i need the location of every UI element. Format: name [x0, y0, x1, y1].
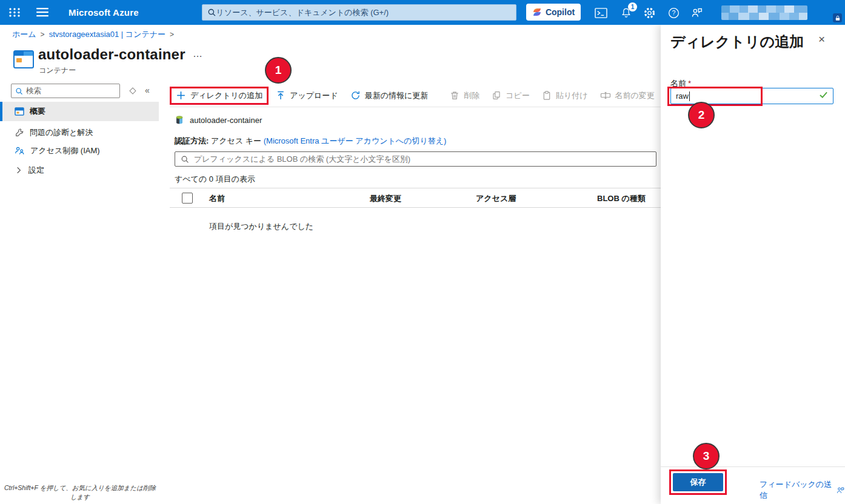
sidebar-collapse-icon[interactable]: «: [145, 85, 150, 95]
rename-icon: [600, 90, 611, 101]
paste-icon: [542, 90, 552, 101]
pin-diamond-icon[interactable]: [129, 87, 136, 94]
resource-sidebar: « 概要 問題の診断と解決 アクセス制御 (IAM) 設定: [0, 79, 159, 504]
paste-label: 貼り付け: [556, 90, 588, 101]
directory-name-input[interactable]: raw: [670, 88, 833, 104]
copy-button[interactable]: コピー: [486, 87, 536, 105]
wrench-icon: [15, 128, 24, 138]
global-search-box[interactable]: [202, 4, 516, 21]
help-icon[interactable]: ?: [666, 5, 681, 21]
copilot-label: Copilot: [546, 7, 575, 17]
directory-name-value: raw: [676, 91, 689, 101]
panel-title: ディレクトリの追加: [670, 32, 804, 51]
auth-method-line: 認証方法: アクセス キー (Microsoft Entra ユーザー アカウン…: [175, 136, 446, 147]
paste-button[interactable]: 貼り付け: [536, 87, 594, 105]
lock-badge-icon: [833, 13, 842, 22]
settings-gear-icon[interactable]: [641, 5, 657, 21]
sidebar-item-settings-group[interactable]: 設定: [0, 161, 159, 180]
column-header-last-modified[interactable]: 最終変更: [370, 193, 401, 204]
sidebar-item-overview[interactable]: 概要: [0, 102, 159, 121]
required-asterisk: *: [688, 79, 691, 88]
sidebar-item-label: 概要: [30, 106, 45, 117]
column-header-access-tier[interactable]: アクセス層: [476, 193, 516, 204]
rename-label: 名前の変更: [615, 90, 655, 101]
trash-icon: [450, 90, 459, 101]
container-window-icon: [13, 50, 34, 71]
delete-label: 削除: [464, 90, 479, 101]
add-directory-panel: ディレクトリの追加 × 名前* raw 保存 フィードバックの送信: [661, 25, 845, 504]
waffle-menu-icon[interactable]: [8, 7, 21, 18]
feedback-person-icon: [836, 486, 845, 495]
copilot-button[interactable]: Copilot: [526, 4, 581, 21]
upload-button[interactable]: アップロード: [270, 87, 344, 105]
breadcrumb-home-link[interactable]: ホーム: [12, 30, 36, 39]
azure-portal-window: Microsoft Azure Copilot 1: [0, 0, 845, 504]
hamburger-menu-icon[interactable]: [36, 7, 48, 17]
breadcrumb-parent-link[interactable]: stvstorageextasia01 | コンテナー: [49, 30, 165, 39]
sidebar-search-box[interactable]: [11, 84, 120, 98]
refresh-icon: [350, 90, 361, 101]
items-count-summary: すべての 0 項目の表示: [175, 174, 255, 185]
page-subtitle: コンテナー: [39, 65, 76, 76]
blob-table-header: 名前 最終変更 アクセス層 BLOB の種類: [170, 188, 661, 208]
refresh-button[interactable]: 最新の情報に更新: [344, 87, 435, 105]
breadcrumb-separator: >: [165, 30, 178, 39]
sidebar-item-diagnose[interactable]: 問題の診断と解決: [0, 123, 159, 142]
panel-footer-divider: [661, 466, 845, 467]
delete-button[interactable]: 削除: [444, 87, 486, 105]
feedback-icon[interactable]: [689, 5, 704, 21]
auth-label: 認証方法:: [175, 136, 209, 145]
copy-icon: [492, 90, 501, 101]
global-search-input[interactable]: [216, 8, 511, 17]
account-name-redacted: [721, 5, 807, 20]
search-icon: [15, 87, 23, 95]
copilot-icon: [532, 7, 542, 17]
annotation-step-1: 1: [265, 57, 292, 84]
select-all-checkbox[interactable]: [182, 193, 193, 204]
sidebar-item-access-control[interactable]: アクセス制御 (IAM): [0, 141, 159, 161]
auth-method-value: アクセス キー: [211, 136, 261, 145]
column-header-blob-type[interactable]: BLOB の種類: [597, 193, 646, 204]
people-icon: [15, 146, 25, 156]
add-directory-button[interactable]: ディレクトリの追加: [170, 87, 269, 105]
container-heading: autoloader-container: [175, 115, 262, 125]
svg-text:?: ?: [672, 9, 675, 16]
sidebar-item-label: 設定: [28, 165, 44, 176]
auth-switch-link[interactable]: (Microsoft Entra ユーザー アカウントへの切り替え): [264, 136, 447, 145]
sidebar-item-label: アクセス制御 (IAM): [30, 145, 100, 156]
refresh-label: 最新の情報に更新: [365, 90, 429, 101]
sidebar-item-label: 問題の診断と解決: [30, 127, 93, 138]
text-caret: [689, 91, 690, 101]
command-toolbar: ディレクトリの追加 アップロード 最新の情報に更新 削除 コピー 貼り付け 名前…: [170, 84, 661, 107]
sidebar-search-input[interactable]: [26, 87, 116, 95]
container-name: autoloader-container: [190, 116, 262, 125]
blob-container-icon: [175, 115, 184, 125]
page-title: autoloader-container: [38, 46, 185, 63]
close-icon[interactable]: ×: [818, 33, 825, 45]
favorites-shortcut-tooltip: Ctrl+Shift+F を押して、お気に入りを追加または削除します: [4, 483, 156, 502]
column-header-name[interactable]: 名前: [209, 193, 225, 204]
upload-label: アップロード: [290, 90, 338, 101]
empty-table-message: 項目が見つかりませんでした: [209, 221, 313, 232]
rename-button[interactable]: 名前の変更: [594, 87, 661, 105]
add-directory-label: ディレクトリの追加: [190, 90, 262, 101]
search-icon: [207, 8, 216, 17]
valid-check-icon: [819, 91, 828, 101]
overview-icon: [15, 107, 24, 116]
save-button[interactable]: 保存: [673, 473, 723, 491]
search-icon: [181, 155, 189, 164]
title-more-menu[interactable]: …: [193, 48, 202, 59]
blob-prefix-search-box[interactable]: [175, 151, 656, 167]
upload-icon: [276, 90, 286, 101]
blob-prefix-search-input[interactable]: [194, 154, 650, 164]
brand-title[interactable]: Microsoft Azure: [68, 0, 139, 25]
feedback-link[interactable]: フィードバックの送信: [760, 479, 845, 501]
top-bar: Microsoft Azure Copilot 1: [0, 0, 845, 25]
copy-label: コピー: [506, 90, 530, 101]
chevron-right-icon: [15, 166, 23, 174]
cloud-shell-icon[interactable]: [593, 5, 609, 21]
notification-count-badge: 1: [628, 2, 637, 12]
breadcrumb-separator: >: [36, 30, 49, 39]
breadcrumb: ホーム>stvstorageextasia01 | コンテナー>: [12, 29, 178, 40]
plus-icon: [176, 90, 186, 101]
